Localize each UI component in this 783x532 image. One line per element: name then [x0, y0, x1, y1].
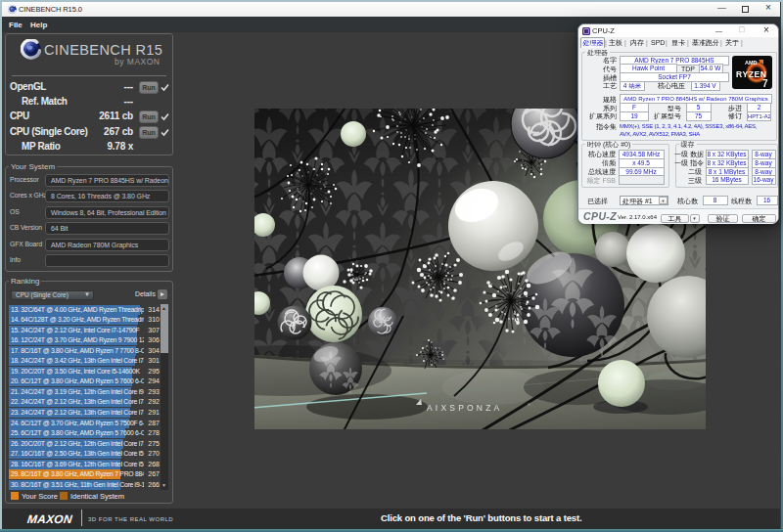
- svg-text:7: 7: [762, 78, 768, 89]
- svg-text:AIXSPONZA: AIXSPONZA: [427, 403, 502, 413]
- svg-text:®: ®: [528, 402, 530, 407]
- svg-text:AMD: AMD: [745, 60, 758, 66]
